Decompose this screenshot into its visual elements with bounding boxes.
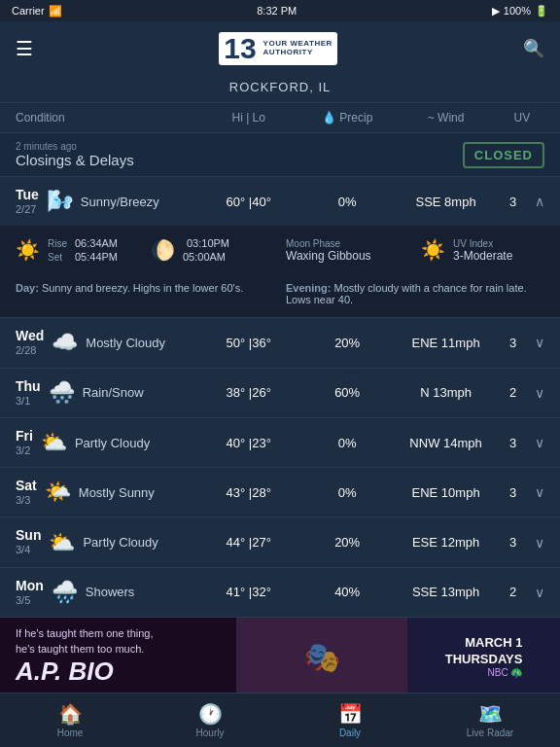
nav-item-daily[interactable]: 📅 Daily bbox=[280, 694, 420, 747]
col-header-condition: Condition bbox=[16, 111, 194, 124]
precip-drop-icon: 💧 bbox=[322, 111, 336, 124]
location-icon: ▶ bbox=[492, 5, 500, 18]
day-condition: Showers bbox=[86, 585, 135, 599]
carrier-text: Carrier bbox=[12, 5, 45, 17]
nav-item-hourly[interactable]: 🕐 Hourly bbox=[140, 694, 280, 747]
day-hilo: 50° |36° bbox=[194, 336, 302, 350]
ad-right: MARCH 1THURSDAYS NBC 🦚 bbox=[407, 618, 560, 695]
day-forecast-text-content: Sunny and breezy. Highs in the lower 60'… bbox=[42, 282, 243, 294]
moon-phase-block: 🌔 03:10PM 05:00AM bbox=[151, 237, 274, 263]
day-chevron-icon: ∨ bbox=[527, 435, 544, 450]
moon-phase-label: Moon Phase bbox=[286, 238, 371, 249]
day-precip: 40% bbox=[302, 585, 392, 599]
day-name: Sat bbox=[16, 478, 37, 493]
nav-item-live-radar[interactable]: 🗺️ Live Radar bbox=[420, 694, 560, 747]
ad-banner[interactable]: If he's taught them one thing,he's taugh… bbox=[0, 618, 560, 695]
battery-icon: 🔋 bbox=[535, 5, 548, 18]
day-uv: 3 bbox=[500, 336, 527, 350]
col-header-wind: ~ Wind bbox=[392, 111, 500, 124]
days-list: Tue 2/27 🌬️ Sunny/Breezy 60° |40° 0% SSE… bbox=[0, 177, 560, 618]
nav-label: Hourly bbox=[196, 728, 225, 738]
rise-label: Rise bbox=[48, 238, 71, 249]
status-left: Carrier 📶 bbox=[12, 5, 62, 18]
day-date-block: Fri 3/2 bbox=[16, 428, 33, 457]
set-time: 05:44PM bbox=[75, 251, 118, 263]
ad-date-text: MARCH 1THURSDAYS bbox=[445, 635, 523, 668]
logo-badge: 13 YOUR WEATHERAUTHORITY bbox=[219, 32, 337, 65]
day-row-main[interactable]: Sun 3/4 ⛅ Partly Cloudy 44° |27° 20% ESE… bbox=[0, 517, 560, 566]
day-row-main[interactable]: Wed 2/28 ☁️ Mostly Cloudy 50° |36° 20% E… bbox=[0, 318, 560, 367]
nav-item-home[interactable]: 🏠 Home bbox=[0, 694, 140, 747]
nav-label: Live Radar bbox=[467, 728, 513, 738]
day-date-block: Tue 2/27 bbox=[16, 187, 39, 216]
day-name: Tue bbox=[16, 187, 39, 202]
moon-icon: 🌔 bbox=[151, 238, 175, 262]
logo-sub-text: YOUR WEATHERAUTHORITY bbox=[263, 40, 332, 57]
closings-info: 2 minutes ago Closings & Delays bbox=[16, 141, 134, 168]
weather-icon: 🌬️ bbox=[47, 189, 73, 214]
weather-icon: 🌤️ bbox=[45, 480, 71, 505]
day-label: Day: bbox=[16, 282, 42, 294]
day-date: 2/27 bbox=[16, 202, 39, 216]
location-bar: ROCKFORD, IL bbox=[0, 76, 560, 103]
status-right: ▶ 100% 🔋 bbox=[492, 5, 548, 18]
day-name: Sun bbox=[16, 527, 41, 543]
day-info: Wed 2/28 ☁️ Mostly Cloudy bbox=[16, 328, 194, 357]
day-row: Sat 3/3 🌤️ Mostly Sunny 43° |28° 0% ENE … bbox=[0, 468, 560, 517]
menu-icon[interactable]: ☰ bbox=[16, 37, 33, 60]
day-wind: SSE 13mph bbox=[392, 585, 500, 599]
day-info: Mon 3/5 🌧️ Showers bbox=[16, 578, 194, 607]
closings-time: 2 minutes ago bbox=[16, 141, 134, 152]
day-precip: 20% bbox=[302, 336, 392, 350]
closings-banner[interactable]: 2 minutes ago Closings & Delays CLOSED bbox=[0, 133, 560, 177]
day-uv: 3 bbox=[500, 436, 527, 450]
day-date: 3/5 bbox=[16, 593, 44, 607]
logo: 13 YOUR WEATHERAUTHORITY bbox=[33, 32, 523, 65]
day-row-main[interactable]: Sat 3/3 🌤️ Mostly Sunny 43° |28° 0% ENE … bbox=[0, 468, 560, 516]
day-hilo: 60° |40° bbox=[194, 195, 302, 209]
weather-icon: ⛅ bbox=[41, 430, 67, 455]
weather-icon: 🌧️ bbox=[52, 580, 78, 605]
day-chevron-icon: ∨ bbox=[527, 385, 544, 401]
moon-times: 03:10PM 05:00AM bbox=[183, 237, 229, 263]
battery-text: 100% bbox=[504, 5, 531, 17]
col-header-precip: 💧 Precip bbox=[302, 111, 392, 124]
day-forecast-evening: Evening: Mostly cloudy with a chance for… bbox=[286, 282, 544, 305]
status-bar: Carrier 📶 8:32 PM ▶ 100% 🔋 bbox=[0, 0, 560, 21]
nav-label: Daily bbox=[339, 728, 361, 738]
weather-icon: 🌨️ bbox=[49, 380, 75, 406]
day-uv: 3 bbox=[500, 195, 527, 209]
day-row-main[interactable]: Mon 3/5 🌧️ Showers 41° |32° 40% SSE 13mp… bbox=[0, 568, 560, 617]
day-uv: 2 bbox=[500, 385, 527, 400]
logo-number: 13 bbox=[224, 34, 256, 63]
ad-top-text: If he's taught them one thing,he's taugh… bbox=[16, 626, 154, 657]
day-date: 2/28 bbox=[16, 343, 44, 357]
day-date-block: Wed 2/28 bbox=[16, 328, 44, 357]
day-chevron-icon: ∧ bbox=[527, 194, 544, 209]
nav-icon: 🕐 bbox=[198, 702, 223, 726]
day-hilo: 40° |23° bbox=[194, 436, 302, 450]
nav-icon: 📅 bbox=[338, 702, 363, 726]
day-hilo: 41° |32° bbox=[194, 585, 302, 599]
moon-rise-time: 03:10PM bbox=[187, 237, 229, 249]
day-condition: Partly Cloudy bbox=[83, 535, 158, 550]
ad-left-content: If he's taught them one thing,he's taugh… bbox=[16, 626, 154, 687]
ad-right-content: MARCH 1THURSDAYS NBC 🦚 bbox=[445, 635, 523, 679]
day-condition: Sunny/Breezy bbox=[81, 195, 159, 209]
day-info: Sat 3/3 🌤️ Mostly Sunny bbox=[16, 478, 194, 507]
day-date: 3/3 bbox=[16, 493, 37, 507]
nav-icon: 🏠 bbox=[58, 702, 83, 726]
day-date: 3/1 bbox=[16, 394, 41, 408]
search-icon[interactable]: 🔍 bbox=[523, 38, 544, 59]
day-row-main[interactable]: Fri 3/2 ⛅ Partly Cloudy 40° |23° 0% NNW … bbox=[0, 418, 560, 467]
day-row-main[interactable]: Thu 3/1 🌨️ Rain/Snow 38° |26° 60% N 13mp… bbox=[0, 369, 560, 417]
day-row: Fri 3/2 ⛅ Partly Cloudy 40° |23° 0% NNW … bbox=[0, 418, 560, 468]
sun-icon: ☀️ bbox=[16, 238, 40, 262]
day-precip: 0% bbox=[302, 485, 392, 500]
day-hilo: 44° |27° bbox=[194, 535, 302, 550]
day-uv: 3 bbox=[500, 485, 527, 500]
day-row-main[interactable]: Tue 2/27 🌬️ Sunny/Breezy 60° |40° 0% SSE… bbox=[0, 177, 560, 226]
weather-icon: ⛅ bbox=[49, 530, 75, 555]
evening-label: Evening: bbox=[286, 282, 334, 294]
weather-icon: ☁️ bbox=[52, 330, 78, 355]
